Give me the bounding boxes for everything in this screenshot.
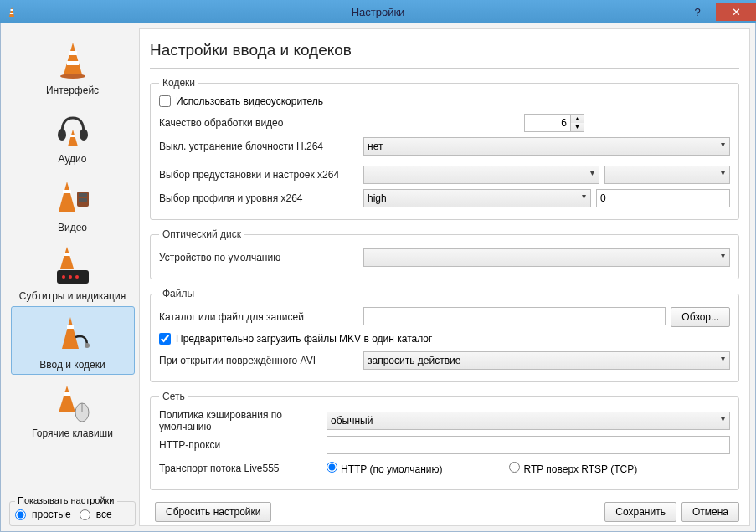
svg-rect-2: [10, 13, 13, 14]
svg-point-24: [85, 343, 90, 348]
help-button[interactable]: ?: [679, 3, 716, 21]
headphones-cone-icon: [50, 106, 95, 151]
svg-point-21: [75, 275, 79, 279]
group-codecs: Кодеки Использовать видеоускоритель Каче…: [150, 77, 739, 220]
radio-simple[interactable]: простые: [15, 509, 71, 520]
svg-point-19: [62, 275, 65, 279]
cables-cone-icon: [50, 312, 95, 357]
svg-marker-22: [62, 317, 79, 349]
display-cone-icon: [50, 243, 95, 289]
sidebar-item-audio[interactable]: Аудио: [11, 100, 135, 169]
checkbox-preload-mkv[interactable]: [159, 333, 171, 345]
show-settings-group: Показывать настройки простые все: [9, 501, 136, 526]
group-network: Сеть Политика кэширования по умолчанию о…: [150, 391, 739, 490]
svg-point-6: [60, 74, 85, 79]
film-cone-icon: [50, 175, 95, 220]
vlc-app-icon: [5, 5, 18, 18]
group-disc: Оптический диск Устройство по умолчанию: [150, 228, 739, 279]
svg-point-20: [69, 275, 72, 279]
titlebar: Настройки ? ✕: [0, 0, 756, 23]
sidebar-item-video[interactable]: Видео: [11, 169, 135, 238]
cone-icon: [50, 38, 95, 83]
select-default-device[interactable]: [363, 248, 730, 267]
svg-rect-1: [11, 9, 13, 11]
select-x264-tune[interactable]: [604, 166, 730, 184]
checkbox-hw-accel[interactable]: [159, 95, 171, 107]
svg-rect-26: [64, 392, 70, 396]
select-damaged-avi[interactable]: запросить действие: [363, 351, 730, 370]
select-x264-preset[interactable]: [363, 166, 599, 184]
window-title: Настройки: [352, 6, 405, 18]
svg-marker-3: [64, 43, 82, 74]
mouse-cone-icon: [50, 381, 95, 426]
svg-rect-12: [63, 190, 71, 193]
close-button[interactable]: ✕: [716, 3, 756, 21]
bottom-bar: Сбросить настройки Сохранить Отмена: [150, 499, 739, 522]
sidebar-item-subtitles[interactable]: Субтитры и индикация: [11, 238, 135, 306]
svg-marker-16: [60, 247, 74, 269]
save-button[interactable]: Сохранить: [604, 502, 676, 522]
sidebar-item-hotkeys[interactable]: Горячие клавиши: [11, 375, 135, 443]
svg-marker-0: [9, 7, 14, 17]
radio-all[interactable]: все: [80, 509, 112, 520]
svg-rect-23: [67, 325, 74, 329]
input-x264-level[interactable]: [596, 189, 730, 207]
sidebar-item-input-codecs[interactable]: Ввод и кодеки: [11, 306, 135, 375]
select-x264-profile[interactable]: high: [363, 189, 591, 207]
svg-marker-25: [59, 386, 75, 412]
spinner-quality[interactable]: ▲▼: [524, 114, 588, 132]
input-http-proxy[interactable]: [327, 436, 730, 454]
sidebar-item-interface[interactable]: Интерфейс: [11, 32, 135, 100]
svg-rect-15: [79, 198, 87, 202]
sidebar: Интерфейс Аудио Видео Субтитры и индикац…: [6, 28, 139, 526]
group-files: Файлы Каталог или файл для записей Обзор…: [150, 288, 739, 382]
spin-down-icon: ▼: [571, 123, 584, 131]
svg-rect-4: [69, 51, 77, 55]
svg-marker-9: [68, 130, 78, 146]
cancel-button[interactable]: Отмена: [681, 502, 739, 522]
svg-rect-18: [57, 270, 89, 284]
browse-button[interactable]: Обзор...: [671, 307, 730, 327]
svg-point-8: [80, 129, 88, 141]
svg-marker-11: [59, 182, 75, 212]
svg-rect-14: [79, 193, 87, 197]
reset-button[interactable]: Сбросить настройки: [155, 502, 271, 522]
spin-up-icon: ▲: [571, 115, 584, 123]
svg-point-7: [58, 129, 66, 141]
radio-live555-http[interactable]: HTTP (по умолчанию): [327, 462, 442, 475]
input-record-path[interactable]: [363, 307, 666, 325]
svg-rect-5: [67, 61, 79, 65]
main-panel: Настройки ввода и кодеков Кодеки Использ…: [139, 28, 750, 526]
page-title: Настройки ввода и кодеков: [150, 36, 739, 69]
svg-rect-10: [70, 135, 75, 137]
svg-rect-17: [64, 253, 70, 256]
radio-live555-rtp[interactable]: RTP поверх RTSP (TCP): [509, 462, 637, 475]
select-h264-deblock[interactable]: нет: [363, 137, 730, 156]
select-cache-policy[interactable]: обычный: [327, 412, 730, 430]
